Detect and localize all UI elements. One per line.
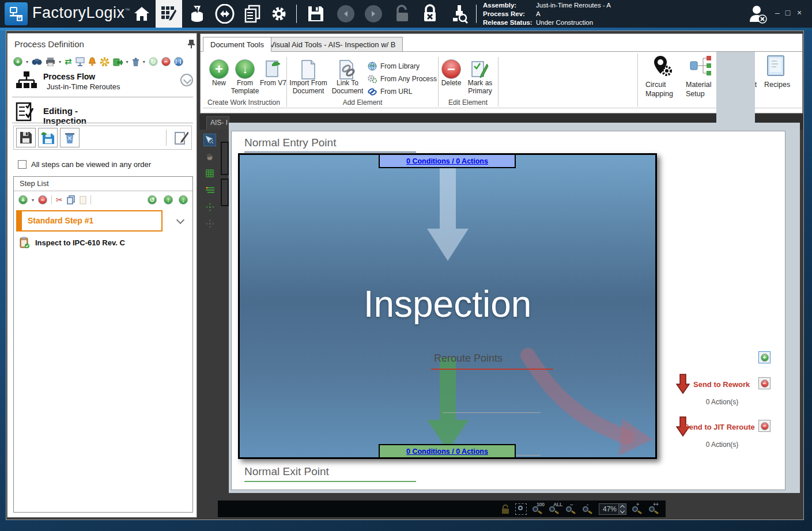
reroute-swap-icon[interactable]: ⇄ <box>65 56 72 67</box>
from-any-process-button[interactable]: From Any Process <box>368 73 437 85</box>
from-template-button[interactable]: ↓ <box>235 59 255 79</box>
circuit-mapping-button[interactable] <box>651 55 673 78</box>
production-icon[interactable] <box>186 3 209 24</box>
link-to-document-button[interactable] <box>338 59 356 80</box>
move-all-icon[interactable] <box>203 217 216 230</box>
add-step-icon[interactable]: + <box>18 195 28 204</box>
remove-reroute-button[interactable]: − <box>758 377 771 389</box>
recipes-button[interactable] <box>765 55 786 78</box>
paste-icon[interactable] <box>80 196 86 204</box>
lock-x-icon[interactable] <box>418 3 441 24</box>
tab-document-tools[interactable]: Document Tools <box>203 37 271 52</box>
zoom-100-icon[interactable]: 100 <box>532 503 543 515</box>
find-icon[interactable] <box>32 58 42 66</box>
presentation-icon[interactable] <box>75 57 85 66</box>
remove-reroute-button[interactable]: − <box>758 420 771 432</box>
export-dropdown-caret[interactable]: ▾ <box>126 59 129 65</box>
zoom-level-field[interactable]: 47% <box>599 503 626 515</box>
side-separator <box>637 54 638 107</box>
transfer-icon[interactable] <box>213 3 236 24</box>
group-add-label: Add Element <box>288 98 437 107</box>
unlock-icon[interactable] <box>391 3 414 24</box>
forward-icon[interactable] <box>362 3 385 24</box>
user-account-icon[interactable] <box>747 3 770 25</box>
back-icon[interactable] <box>334 3 357 24</box>
move-step-up-icon[interactable]: ↑ <box>164 195 173 204</box>
zoom-fit-all-icon[interactable]: ALL <box>549 503 560 515</box>
remove-step-icon[interactable]: − <box>38 195 47 204</box>
step-expand-chevron[interactable] <box>176 216 184 224</box>
tab-visual-aid-tools[interactable]: Visual Aid Tools - AIS- Inspection w/ B <box>262 37 403 52</box>
collapse-chevron-icon[interactable] <box>180 74 193 86</box>
edit-step-button[interactable] <box>172 128 191 147</box>
refresh-icon[interactable]: ↻ <box>149 57 158 66</box>
save-close-button[interactable] <box>38 128 58 147</box>
pan-tool-icon[interactable] <box>203 150 216 163</box>
reroute-actions-count[interactable]: 0 Action(s) <box>679 441 765 449</box>
delete-element-button[interactable]: − <box>441 59 461 79</box>
move-node-icon[interactable] <box>203 200 216 213</box>
add-reroute-button[interactable]: + <box>758 351 771 363</box>
page-thumbnail[interactable] <box>221 142 229 175</box>
save-icon[interactable] <box>304 3 327 24</box>
step-item-row[interactable]: Inspect to IPC-610 Rev. C <box>20 237 125 248</box>
maximize-button[interactable]: □ <box>781 8 794 17</box>
pause-icon[interactable]: ❙❙ <box>174 57 183 66</box>
remove-icon[interactable]: − <box>161 57 171 66</box>
url-link-icon <box>368 88 377 96</box>
reroute-item-label[interactable]: Send to JIT Reroute <box>684 423 755 431</box>
import-from-document-button[interactable] <box>300 59 317 80</box>
checkbox[interactable] <box>18 160 27 169</box>
select-tool-icon[interactable] <box>203 134 216 146</box>
print-icon[interactable] <box>46 58 55 66</box>
from-library-button[interactable]: From Library <box>368 60 420 72</box>
add-step-caret[interactable]: ▾ <box>32 198 34 203</box>
page-thumbnail[interactable] <box>221 179 229 206</box>
from-url-button[interactable]: From URL <box>368 86 412 97</box>
zoom-in-more-icon[interactable]: ++ <box>648 503 660 515</box>
lock-view-icon[interactable] <box>501 504 510 514</box>
document-tab-ais[interactable]: AIS- I <box>206 116 229 130</box>
save-step-button[interactable] <box>16 128 36 147</box>
delete-icon[interactable] <box>132 58 139 66</box>
zoom-spinner[interactable] <box>618 504 626 514</box>
settings-gear-icon[interactable] <box>267 3 290 24</box>
new-work-instruction-button[interactable]: + <box>209 59 229 79</box>
notification-bell-icon[interactable] <box>88 57 96 66</box>
reroute-actions-count[interactable]: 0 Action(s) <box>679 398 765 406</box>
process-audit-icon[interactable] <box>448 3 471 24</box>
grid-tool-icon[interactable] <box>203 167 216 180</box>
print-dropdown-caret[interactable]: ▾ <box>59 59 61 65</box>
delete-dropdown-caret[interactable]: ▾ <box>143 59 145 65</box>
copy-icon[interactable] <box>67 195 75 204</box>
add-dropdown-caret[interactable]: ▾ <box>26 59 28 65</box>
process-definition-panel: Process Definition +▾ ▾ ⇄ ▾ ▾ ↻ − ❙❙ <box>7 33 197 518</box>
zoom-out-icon[interactable]: - <box>582 503 594 515</box>
mark-as-primary-button[interactable] <box>470 59 489 80</box>
move-step-down-icon[interactable]: ↓ <box>179 195 188 204</box>
exit-conditions-link[interactable]: 0 Conditions / 0 Actions <box>406 447 488 456</box>
reroute-item-label[interactable]: Send to Rework <box>693 380 750 389</box>
renumber-steps-icon[interactable]: ↺ <box>148 195 157 204</box>
pin-icon[interactable] <box>187 39 195 48</box>
work-instructions-icon[interactable] <box>156 0 182 28</box>
process-flow-row[interactable]: Process Flow Just-in-Time Reroutes <box>16 70 188 92</box>
close-button[interactable]: × <box>793 8 806 17</box>
material-setup-button[interactable] <box>689 55 712 78</box>
zoom-out-more-icon[interactable]: -- <box>565 503 577 515</box>
documents-icon[interactable] <box>241 3 264 24</box>
cut-icon[interactable]: ✂ <box>56 195 63 204</box>
discard-button[interactable] <box>60 128 80 147</box>
marquee-zoom-icon[interactable] <box>515 503 527 515</box>
gear-icon[interactable] <box>100 57 109 67</box>
zoom-in-icon[interactable]: + <box>632 503 643 515</box>
home-icon[interactable] <box>130 3 153 24</box>
add-icon[interactable]: + <box>13 57 22 66</box>
from-v7-button[interactable] <box>264 59 281 79</box>
entry-conditions-link[interactable]: 0 Conditions / 0 Actions <box>406 157 488 165</box>
step-row-selected[interactable]: Standard Step #1 <box>16 210 163 232</box>
inspection-operation-box[interactable]: Inspection <box>238 153 657 459</box>
view-order-option[interactable]: All steps can be viewed in any order <box>18 160 151 169</box>
align-tool-icon[interactable] <box>203 184 216 196</box>
export-icon[interactable] <box>113 58 123 66</box>
